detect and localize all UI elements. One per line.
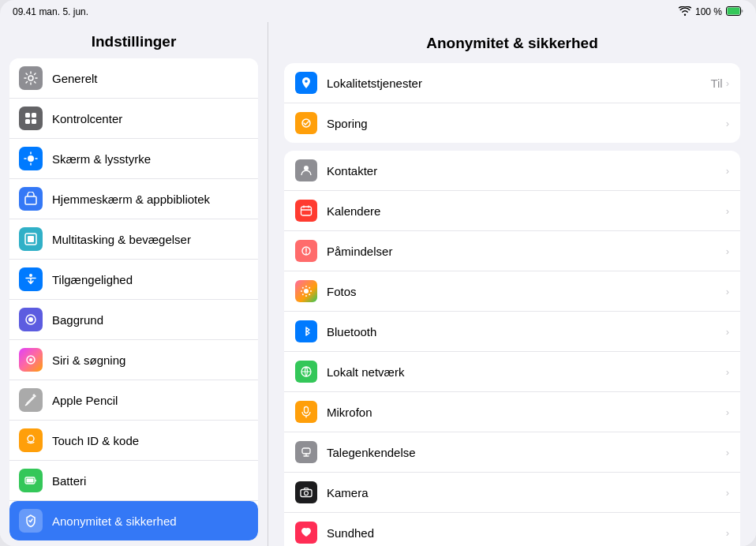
skaerm-icon bbox=[19, 147, 43, 170]
sidebar-item-pencil[interactable]: Apple Pencil bbox=[9, 380, 258, 421]
kamera-chevron: › bbox=[726, 487, 729, 499]
kontakter-label: Kontakter bbox=[327, 164, 726, 178]
detail-panel: Anonymitet & sikkerhed Lokalitetstjenest… bbox=[268, 22, 756, 546]
sidebar-item-generelt[interactable]: Generelt bbox=[9, 58, 258, 99]
mikrofon-chevron: › bbox=[726, 406, 729, 418]
sidebar-item-anonymitet[interactable]: Anonymitet & sikkerhed bbox=[9, 501, 258, 540]
detail-item-lokalitet[interactable]: Lokalitetstjenester Til › bbox=[284, 63, 740, 103]
fotos-icon bbox=[295, 280, 317, 302]
svg-rect-6 bbox=[32, 119, 36, 124]
svg-point-35 bbox=[309, 287, 310, 289]
lokalt-chevron: › bbox=[726, 366, 729, 378]
kamera-icon bbox=[295, 481, 317, 503]
location-icon bbox=[295, 72, 317, 94]
touch-icon bbox=[19, 428, 43, 452]
lokalitet-chevron: › bbox=[726, 77, 729, 89]
detail-item-kontakter[interactable]: Kontakter › bbox=[284, 151, 740, 191]
mikrofon-label: Mikrofon bbox=[327, 406, 726, 419]
battery-icon bbox=[726, 6, 743, 18]
svg-rect-10 bbox=[28, 236, 34, 242]
sidebar-item-baggrund[interactable]: Baggrund bbox=[9, 300, 258, 340]
tilgaengelighed-label: Tilgængelighed bbox=[52, 273, 133, 286]
wifi-icon bbox=[679, 6, 691, 18]
sidebar-item-kontrolcenter[interactable]: Kontrolcenter bbox=[9, 99, 258, 139]
sidebar-header: Indstillinger bbox=[0, 22, 268, 58]
svg-rect-18 bbox=[27, 479, 34, 483]
sidebar-item-tilgaengelighed[interactable]: Tilgængelighed bbox=[9, 260, 258, 300]
tilgaengelighed-icon bbox=[19, 267, 43, 291]
detail-section-2: Kontakter › Kalendere › Påmindelser › bbox=[284, 151, 740, 546]
svg-point-2 bbox=[28, 76, 33, 80]
svg-point-28 bbox=[305, 286, 307, 287]
siri-label: Siri & søgning bbox=[52, 353, 125, 367]
svg-point-31 bbox=[310, 290, 312, 292]
svg-point-11 bbox=[29, 274, 32, 277]
kontrolcenter-label: Kontrolcenter bbox=[52, 112, 122, 125]
svg-rect-39 bbox=[301, 490, 312, 497]
pamind-chevron: › bbox=[726, 245, 729, 257]
kontrolcenter-icon bbox=[19, 107, 43, 130]
lokalitet-value: Til bbox=[710, 77, 722, 90]
detail-item-fotos[interactable]: Fotos › bbox=[284, 271, 740, 312]
bluetooth-chevron: › bbox=[726, 326, 729, 338]
pamind-label: Påmindelser bbox=[327, 245, 726, 258]
svg-point-15 bbox=[29, 358, 32, 361]
tale-chevron: › bbox=[726, 447, 729, 458]
multitasking-icon bbox=[19, 227, 43, 251]
sidebar-section-main: Generelt Kontrolcenter Skærm & lysstyrke bbox=[9, 58, 258, 540]
sidebar: Indstillinger Generelt Kontrolcenter bbox=[0, 22, 268, 546]
lokalitet-label: Lokalitetstjenester bbox=[327, 77, 710, 90]
sidebar-item-multitasking[interactable]: Multitasking & bevægelser bbox=[9, 219, 258, 260]
sidebar-item-hjemme[interactable]: Hjemmeskærm & appbibliotek bbox=[9, 179, 258, 219]
kalender-chevron: › bbox=[726, 205, 729, 217]
batteri-label: Batteri bbox=[52, 474, 86, 488]
kontakter-icon bbox=[295, 159, 317, 181]
sidebar-item-skaerm[interactable]: Skærm & lysstyrke bbox=[9, 139, 258, 179]
detail-item-lokalt[interactable]: Lokalt netværk › bbox=[284, 352, 740, 392]
svg-point-33 bbox=[309, 294, 310, 295]
lokalt-icon bbox=[295, 361, 317, 383]
lokalt-label: Lokalt netværk bbox=[327, 365, 726, 379]
detail-item-tale[interactable]: Talegenkendelse › bbox=[284, 432, 740, 473]
svg-point-24 bbox=[304, 166, 309, 170]
detail-item-sporing[interactable]: Sporing › bbox=[284, 103, 740, 143]
kalender-icon bbox=[295, 200, 317, 222]
svg-rect-25 bbox=[301, 207, 312, 215]
svg-point-30 bbox=[301, 290, 302, 292]
kalender-label: Kalendere bbox=[327, 204, 726, 218]
detail-item-pamind[interactable]: Påmindelser › bbox=[284, 231, 740, 271]
baggrund-label: Baggrund bbox=[52, 313, 103, 327]
svg-rect-3 bbox=[25, 113, 30, 118]
baggrund-icon bbox=[19, 308, 43, 331]
fotos-label: Fotos bbox=[327, 285, 726, 298]
detail-item-bluetooth[interactable]: Bluetooth › bbox=[284, 312, 740, 352]
detail-item-mikrofon[interactable]: Mikrofon › bbox=[284, 392, 740, 432]
sporing-icon bbox=[295, 112, 317, 134]
status-bar: 09.41 man. 5. jun. 100 % bbox=[0, 0, 756, 22]
sundhed-chevron: › bbox=[726, 527, 729, 539]
sporing-chevron: › bbox=[726, 118, 729, 129]
batteri-icon bbox=[19, 469, 43, 492]
anonymitet-icon bbox=[19, 509, 43, 533]
sidebar-item-siri[interactable]: Siri & søgning bbox=[9, 340, 258, 380]
svg-point-40 bbox=[305, 492, 309, 496]
svg-point-29 bbox=[305, 295, 307, 297]
svg-rect-37 bbox=[305, 407, 309, 413]
hjemme-label: Hjemmeskærm & appbibliotek bbox=[52, 193, 210, 206]
detail-item-sundhed[interactable]: Sundhed › bbox=[284, 513, 740, 546]
svg-point-22 bbox=[305, 80, 308, 83]
bluetooth-label: Bluetooth bbox=[327, 325, 726, 338]
siri-icon bbox=[19, 348, 43, 372]
sundhed-icon bbox=[295, 522, 317, 544]
sidebar-item-touch[interactable]: Touch ID & kode bbox=[9, 421, 258, 461]
status-time: 09.41 man. 5. jun. bbox=[13, 6, 88, 17]
sidebar-item-batteri[interactable]: Batteri bbox=[9, 461, 258, 501]
sporing-label: Sporing bbox=[327, 117, 723, 130]
detail-item-kamera[interactable]: Kamera › bbox=[284, 473, 740, 513]
generelt-label: Generelt bbox=[52, 72, 98, 85]
svg-point-16 bbox=[28, 436, 34, 442]
hjemme-icon bbox=[19, 187, 43, 211]
kamera-label: Kamera bbox=[327, 486, 726, 499]
detail-item-kalender[interactable]: Kalendere › bbox=[284, 191, 740, 231]
generelt-icon bbox=[19, 66, 43, 90]
